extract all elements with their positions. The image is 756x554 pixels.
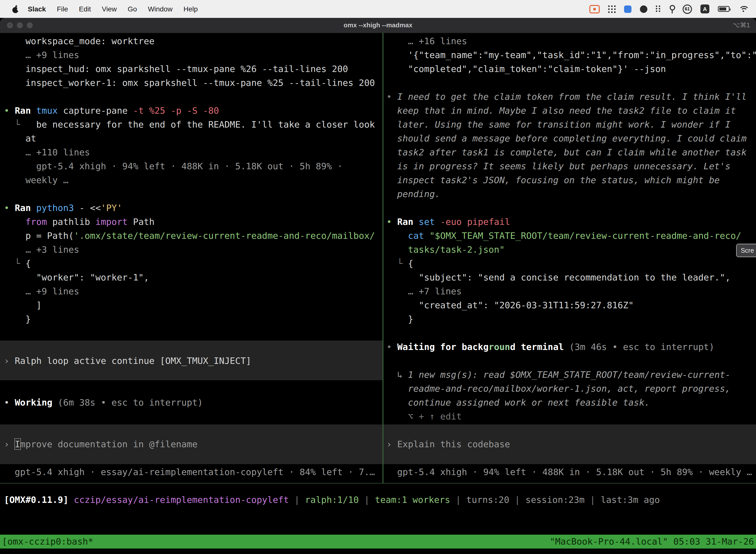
text-segment: mprove documentation in @filename bbox=[20, 439, 197, 449]
terminal-line: tasks/task-2.json" bbox=[383, 243, 756, 257]
text-segment bbox=[386, 230, 408, 241]
terminal-line: … +3 lines bbox=[0, 243, 382, 257]
text-segment: | bbox=[289, 494, 305, 505]
terminal-line: p = Path('.omx/state/team/review-current… bbox=[0, 229, 382, 243]
terminal-line: later. Using the same for transition mig… bbox=[383, 118, 756, 131]
text-segment: ] bbox=[4, 300, 42, 310]
tmux-status-bar: [omx-cczip0:bash* "MacBook-Pro-44.local"… bbox=[0, 535, 756, 549]
menu-help[interactable]: Help bbox=[178, 5, 203, 13]
terminal-line: └ { bbox=[0, 257, 382, 271]
text-segment: Ran bbox=[15, 105, 36, 116]
camera-app-icon[interactable] bbox=[640, 5, 647, 13]
close-button[interactable]: × bbox=[7, 22, 13, 28]
menu-edit[interactable]: Edit bbox=[73, 5, 96, 13]
terminal-line: cat "$OMX_TEAM_STATE_ROOT/team/review-cu… bbox=[383, 229, 756, 243]
terminal-line: at bbox=[0, 131, 382, 146]
battery-icon[interactable] bbox=[718, 6, 730, 12]
text-segment: inspect_worker-1: omx sparkshell --tmux-… bbox=[4, 77, 375, 88]
window-shortcut-hint: ⌥⌘1 bbox=[733, 18, 750, 33]
terminal-line bbox=[0, 451, 382, 465]
key-icon[interactable] bbox=[669, 5, 674, 13]
window-title: omx --xhigh --madmax bbox=[0, 18, 756, 33]
terminal-line: readme-and-reco/mailbox/worker-1.json, a… bbox=[383, 382, 756, 396]
text-segment: • bbox=[4, 105, 15, 116]
text-segment: … +9 lines bbox=[4, 50, 79, 60]
apple-menu[interactable] bbox=[9, 5, 22, 13]
screen: Slack FileEditViewGoWindowHelp 61 A × om… bbox=[0, 0, 756, 554]
tmux-session-name[interactable]: [omx-cczip0:bash* bbox=[0, 535, 93, 549]
minimize-button[interactable] bbox=[17, 22, 23, 28]
terminal-line bbox=[0, 424, 382, 437]
terminal-line: "completed","claim_token":"claim-token"}… bbox=[383, 62, 756, 76]
menu-view[interactable]: View bbox=[97, 5, 122, 13]
app-grid-icon[interactable] bbox=[608, 5, 616, 13]
text-segment: { bbox=[408, 258, 414, 269]
text-segment: '{"team_name":"my-team","task_id":"1","f… bbox=[386, 50, 756, 60]
wifi-icon[interactable] bbox=[738, 5, 748, 13]
terminal-line: weekly … bbox=[0, 173, 382, 187]
terminal-line bbox=[383, 424, 756, 437]
text-segment: "completed","claim_token":"claim-token"}… bbox=[386, 63, 666, 74]
terminal-line: • Ran python3 - <<'PY' bbox=[0, 201, 382, 215]
text-segment: "worker": "worker-1", bbox=[4, 272, 149, 282]
screen-recording-indicator-icon[interactable] bbox=[589, 5, 600, 13]
text-segment: '.omx/state/team/review-current-readme-a… bbox=[74, 230, 375, 241]
window-titlebar[interactable]: × omx --xhigh --madmax ⌥⌘1 bbox=[0, 18, 756, 33]
text-segment: at bbox=[4, 133, 36, 144]
terminal-line: gpt-5.4 xhigh · essay/ai-reimplementatio… bbox=[0, 465, 382, 479]
text-segment: turns:20 bbox=[466, 494, 509, 505]
text-segment: › bbox=[386, 439, 397, 449]
menu-go[interactable]: Go bbox=[122, 5, 142, 13]
pane-left: workspace_mode: worktree … +9 lines insp… bbox=[0, 34, 382, 479]
terminal-line: › Explain this codebase bbox=[383, 437, 756, 451]
text-segment: last:3m ago bbox=[601, 494, 660, 505]
text-segment: 1 new msg(s): read $OMX_TEAM_STATE_ROOT/… bbox=[408, 369, 731, 380]
blue-app-icon[interactable] bbox=[624, 5, 631, 13]
text-segment: cczip/essay/ai-reimplementation-copyleft bbox=[74, 494, 289, 505]
text-segment: import bbox=[96, 216, 133, 227]
text-segment: roun bbox=[489, 341, 510, 352]
menu-window[interactable]: Window bbox=[142, 5, 178, 13]
text-segment: | bbox=[509, 494, 525, 505]
terminal-line: ] bbox=[0, 298, 382, 312]
menu-file[interactable]: File bbox=[51, 5, 73, 13]
text-segment: Ran bbox=[397, 216, 419, 227]
pane-right: … +16 lines '{"team_name":"my-team","tas… bbox=[383, 34, 756, 479]
text-segment: └ bbox=[4, 258, 25, 269]
terminal-line: › Improve documentation in @filename bbox=[0, 437, 382, 451]
text-segment: - << bbox=[79, 203, 101, 213]
text-segment: weekly … bbox=[4, 175, 68, 185]
terminal-line: } bbox=[383, 312, 756, 326]
dots-grid-icon[interactable] bbox=[656, 5, 661, 12]
terminal-line: • Waiting for background terminal (3m 46… bbox=[383, 340, 756, 354]
apple-logo bbox=[12, 5, 19, 13]
terminal-line: "subject": "send a concise recommendatio… bbox=[383, 271, 756, 284]
terminal-line: "created_at": "2026-03-31T11:59:27.816Z" bbox=[383, 298, 756, 312]
text-segment: "created_at": "2026-03-31T11:59:27.816Z" bbox=[386, 300, 634, 310]
terminal-line: workspace_mode: worktree bbox=[0, 34, 382, 48]
input-source-icon[interactable]: A bbox=[700, 4, 709, 13]
text-segment: Working bbox=[15, 397, 58, 407]
zoom-button[interactable] bbox=[27, 22, 33, 28]
text-segment: … +7 lines bbox=[386, 286, 461, 296]
text-segment: inspect_hud: omx sparkshell --tmux-pane … bbox=[4, 63, 348, 74]
battery-percentage-badge[interactable]: 61 bbox=[683, 4, 692, 14]
terminal-line: … +110 lines bbox=[0, 146, 382, 159]
text-segment: … +16 lines bbox=[386, 36, 467, 46]
terminal-line: '{"team_name":"my-team","task_id":"1","f… bbox=[383, 48, 756, 62]
terminal-line: • Ran set -euo pipefail bbox=[383, 215, 756, 229]
text-segment: readme-and-reco/mailbox/worker-1.json, a… bbox=[386, 383, 731, 394]
menu-app-name[interactable]: Slack bbox=[22, 5, 51, 13]
terminal-line: • I need to get the claim token from the… bbox=[383, 90, 756, 104]
terminal-line: gpt-5.4 xhigh · 94% left · 488K in · 5.1… bbox=[383, 465, 756, 479]
text-segment: gpt-5.4 xhigh · essay/ai-reimplementatio… bbox=[4, 466, 375, 477]
terminal-line bbox=[383, 201, 756, 215]
text-segment: from bbox=[4, 216, 52, 227]
terminal-line: … +7 lines bbox=[383, 284, 756, 298]
text-segment: | bbox=[450, 494, 466, 505]
text-segment: { bbox=[25, 258, 31, 269]
text-segment: is in progress? It seems likely but perh… bbox=[386, 161, 731, 171]
terminal-line: └ be necessary for the end of the README… bbox=[0, 118, 382, 131]
text-segment: -t %25 -p -S -80 bbox=[133, 105, 219, 116]
text-segment: tmux bbox=[36, 105, 63, 116]
